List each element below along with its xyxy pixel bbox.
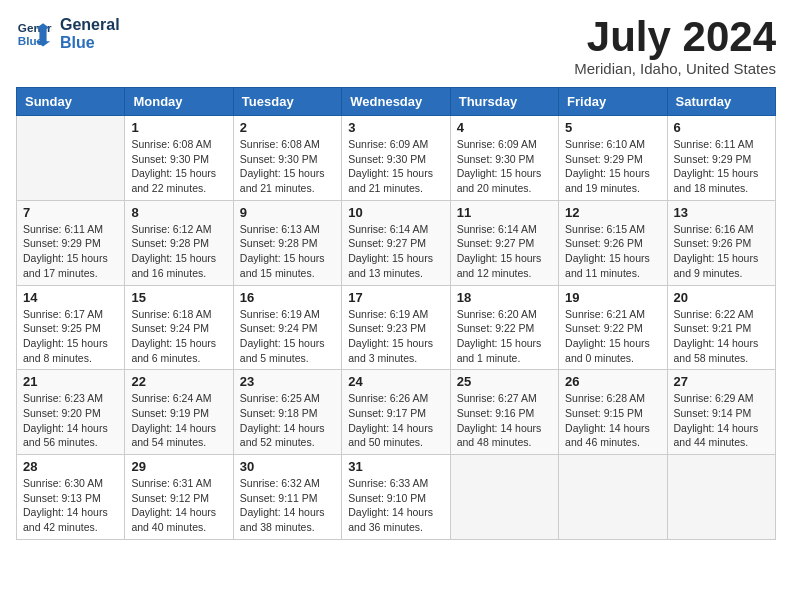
day-cell: 9Sunrise: 6:13 AM Sunset: 9:28 PM Daylig… — [233, 200, 341, 285]
calendar-subtitle: Meridian, Idaho, United States — [574, 60, 776, 77]
header-thursday: Thursday — [450, 88, 558, 116]
day-cell: 26Sunrise: 6:28 AM Sunset: 9:15 PM Dayli… — [559, 370, 667, 455]
header-monday: Monday — [125, 88, 233, 116]
logo-text-line2: Blue — [60, 34, 120, 52]
day-detail: Sunrise: 6:32 AM Sunset: 9:11 PM Dayligh… — [240, 476, 335, 535]
day-number: 20 — [674, 290, 769, 305]
day-detail: Sunrise: 6:14 AM Sunset: 9:27 PM Dayligh… — [348, 222, 443, 281]
day-cell: 2Sunrise: 6:08 AM Sunset: 9:30 PM Daylig… — [233, 116, 341, 201]
day-cell: 12Sunrise: 6:15 AM Sunset: 9:26 PM Dayli… — [559, 200, 667, 285]
day-cell: 19Sunrise: 6:21 AM Sunset: 9:22 PM Dayli… — [559, 285, 667, 370]
day-detail: Sunrise: 6:26 AM Sunset: 9:17 PM Dayligh… — [348, 391, 443, 450]
day-number: 4 — [457, 120, 552, 135]
day-cell: 17Sunrise: 6:19 AM Sunset: 9:23 PM Dayli… — [342, 285, 450, 370]
logo: General Blue General Blue — [16, 16, 120, 52]
header-wednesday: Wednesday — [342, 88, 450, 116]
day-cell: 18Sunrise: 6:20 AM Sunset: 9:22 PM Dayli… — [450, 285, 558, 370]
day-cell — [667, 455, 775, 540]
day-cell: 22Sunrise: 6:24 AM Sunset: 9:19 PM Dayli… — [125, 370, 233, 455]
day-number: 18 — [457, 290, 552, 305]
day-number: 8 — [131, 205, 226, 220]
day-number: 2 — [240, 120, 335, 135]
day-number: 22 — [131, 374, 226, 389]
day-cell: 20Sunrise: 6:22 AM Sunset: 9:21 PM Dayli… — [667, 285, 775, 370]
day-detail: Sunrise: 6:23 AM Sunset: 9:20 PM Dayligh… — [23, 391, 118, 450]
day-number: 10 — [348, 205, 443, 220]
week-row-4: 21Sunrise: 6:23 AM Sunset: 9:20 PM Dayli… — [17, 370, 776, 455]
day-detail: Sunrise: 6:09 AM Sunset: 9:30 PM Dayligh… — [457, 137, 552, 196]
day-cell — [559, 455, 667, 540]
day-cell: 1Sunrise: 6:08 AM Sunset: 9:30 PM Daylig… — [125, 116, 233, 201]
day-number: 16 — [240, 290, 335, 305]
day-detail: Sunrise: 6:29 AM Sunset: 9:14 PM Dayligh… — [674, 391, 769, 450]
logo-text-line1: General — [60, 16, 120, 34]
day-number: 1 — [131, 120, 226, 135]
day-detail: Sunrise: 6:25 AM Sunset: 9:18 PM Dayligh… — [240, 391, 335, 450]
day-cell: 4Sunrise: 6:09 AM Sunset: 9:30 PM Daylig… — [450, 116, 558, 201]
day-detail: Sunrise: 6:24 AM Sunset: 9:19 PM Dayligh… — [131, 391, 226, 450]
day-cell: 24Sunrise: 6:26 AM Sunset: 9:17 PM Dayli… — [342, 370, 450, 455]
header-sunday: Sunday — [17, 88, 125, 116]
day-detail: Sunrise: 6:15 AM Sunset: 9:26 PM Dayligh… — [565, 222, 660, 281]
day-cell: 8Sunrise: 6:12 AM Sunset: 9:28 PM Daylig… — [125, 200, 233, 285]
day-cell: 3Sunrise: 6:09 AM Sunset: 9:30 PM Daylig… — [342, 116, 450, 201]
day-number: 14 — [23, 290, 118, 305]
day-detail: Sunrise: 6:13 AM Sunset: 9:28 PM Dayligh… — [240, 222, 335, 281]
header-row: SundayMondayTuesdayWednesdayThursdayFrid… — [17, 88, 776, 116]
day-detail: Sunrise: 6:10 AM Sunset: 9:29 PM Dayligh… — [565, 137, 660, 196]
day-detail: Sunrise: 6:08 AM Sunset: 9:30 PM Dayligh… — [131, 137, 226, 196]
day-number: 5 — [565, 120, 660, 135]
calendar-title: July 2024 — [574, 16, 776, 58]
day-number: 26 — [565, 374, 660, 389]
day-number: 12 — [565, 205, 660, 220]
day-cell: 27Sunrise: 6:29 AM Sunset: 9:14 PM Dayli… — [667, 370, 775, 455]
day-cell: 10Sunrise: 6:14 AM Sunset: 9:27 PM Dayli… — [342, 200, 450, 285]
day-detail: Sunrise: 6:19 AM Sunset: 9:23 PM Dayligh… — [348, 307, 443, 366]
day-cell: 13Sunrise: 6:16 AM Sunset: 9:26 PM Dayli… — [667, 200, 775, 285]
page-header: General Blue General Blue July 2024 Meri… — [16, 16, 776, 77]
header-tuesday: Tuesday — [233, 88, 341, 116]
day-cell: 21Sunrise: 6:23 AM Sunset: 9:20 PM Dayli… — [17, 370, 125, 455]
day-number: 21 — [23, 374, 118, 389]
title-block: July 2024 Meridian, Idaho, United States — [574, 16, 776, 77]
day-cell: 11Sunrise: 6:14 AM Sunset: 9:27 PM Dayli… — [450, 200, 558, 285]
day-number: 31 — [348, 459, 443, 474]
day-detail: Sunrise: 6:20 AM Sunset: 9:22 PM Dayligh… — [457, 307, 552, 366]
day-number: 19 — [565, 290, 660, 305]
day-cell: 14Sunrise: 6:17 AM Sunset: 9:25 PM Dayli… — [17, 285, 125, 370]
day-detail: Sunrise: 6:14 AM Sunset: 9:27 PM Dayligh… — [457, 222, 552, 281]
logo-icon: General Blue — [16, 16, 52, 52]
day-cell: 7Sunrise: 6:11 AM Sunset: 9:29 PM Daylig… — [17, 200, 125, 285]
day-detail: Sunrise: 6:08 AM Sunset: 9:30 PM Dayligh… — [240, 137, 335, 196]
day-cell: 15Sunrise: 6:18 AM Sunset: 9:24 PM Dayli… — [125, 285, 233, 370]
day-cell: 5Sunrise: 6:10 AM Sunset: 9:29 PM Daylig… — [559, 116, 667, 201]
day-detail: Sunrise: 6:19 AM Sunset: 9:24 PM Dayligh… — [240, 307, 335, 366]
day-number: 15 — [131, 290, 226, 305]
day-detail: Sunrise: 6:31 AM Sunset: 9:12 PM Dayligh… — [131, 476, 226, 535]
day-cell — [450, 455, 558, 540]
day-detail: Sunrise: 6:17 AM Sunset: 9:25 PM Dayligh… — [23, 307, 118, 366]
day-number: 24 — [348, 374, 443, 389]
day-detail: Sunrise: 6:11 AM Sunset: 9:29 PM Dayligh… — [23, 222, 118, 281]
day-detail: Sunrise: 6:22 AM Sunset: 9:21 PM Dayligh… — [674, 307, 769, 366]
day-detail: Sunrise: 6:12 AM Sunset: 9:28 PM Dayligh… — [131, 222, 226, 281]
day-cell: 28Sunrise: 6:30 AM Sunset: 9:13 PM Dayli… — [17, 455, 125, 540]
day-detail: Sunrise: 6:18 AM Sunset: 9:24 PM Dayligh… — [131, 307, 226, 366]
day-detail: Sunrise: 6:09 AM Sunset: 9:30 PM Dayligh… — [348, 137, 443, 196]
day-number: 25 — [457, 374, 552, 389]
day-cell: 25Sunrise: 6:27 AM Sunset: 9:16 PM Dayli… — [450, 370, 558, 455]
day-cell: 16Sunrise: 6:19 AM Sunset: 9:24 PM Dayli… — [233, 285, 341, 370]
day-detail: Sunrise: 6:28 AM Sunset: 9:15 PM Dayligh… — [565, 391, 660, 450]
day-cell: 30Sunrise: 6:32 AM Sunset: 9:11 PM Dayli… — [233, 455, 341, 540]
day-number: 9 — [240, 205, 335, 220]
day-detail: Sunrise: 6:21 AM Sunset: 9:22 PM Dayligh… — [565, 307, 660, 366]
day-detail: Sunrise: 6:27 AM Sunset: 9:16 PM Dayligh… — [457, 391, 552, 450]
day-cell — [17, 116, 125, 201]
week-row-3: 14Sunrise: 6:17 AM Sunset: 9:25 PM Dayli… — [17, 285, 776, 370]
day-number: 11 — [457, 205, 552, 220]
day-cell: 6Sunrise: 6:11 AM Sunset: 9:29 PM Daylig… — [667, 116, 775, 201]
header-friday: Friday — [559, 88, 667, 116]
day-cell: 23Sunrise: 6:25 AM Sunset: 9:18 PM Dayli… — [233, 370, 341, 455]
calendar-table: SundayMondayTuesdayWednesdayThursdayFrid… — [16, 87, 776, 540]
day-detail: Sunrise: 6:11 AM Sunset: 9:29 PM Dayligh… — [674, 137, 769, 196]
